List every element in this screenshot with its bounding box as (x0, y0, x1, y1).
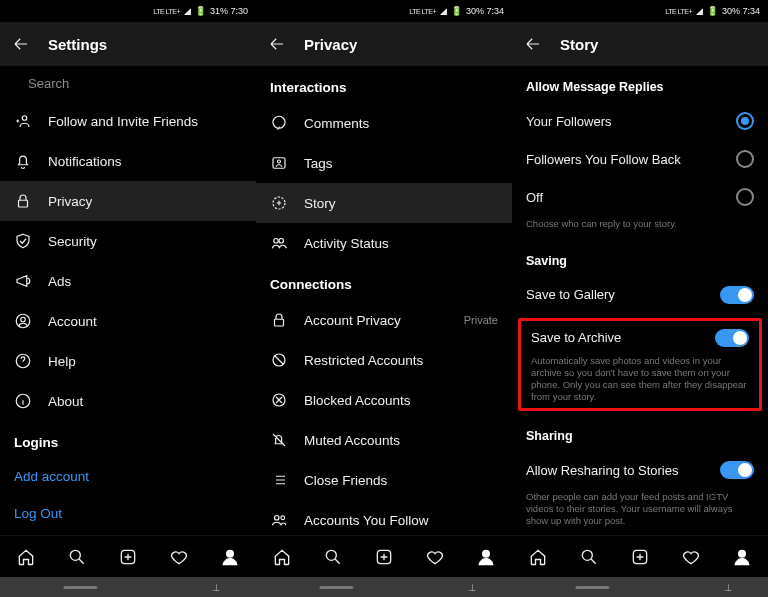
add-account-link[interactable]: Add account (0, 458, 256, 495)
back-icon[interactable] (268, 35, 286, 53)
activity-icon (270, 234, 288, 252)
radio-icon (736, 188, 754, 206)
page-title: Story (560, 36, 598, 53)
search-tab-icon[interactable] (579, 547, 599, 567)
profile-icon[interactable] (732, 547, 752, 567)
item-about[interactable]: About (0, 381, 256, 421)
saving-header: Saving (512, 240, 768, 276)
reply-off[interactable]: Off (512, 178, 768, 216)
radio-icon (736, 150, 754, 168)
heart-icon[interactable] (425, 547, 445, 567)
log-out-link[interactable]: Log Out (0, 495, 256, 532)
item-privacy[interactable]: Privacy (0, 181, 256, 221)
accessibility-icon[interactable]: ⟂ (725, 581, 732, 593)
privacy-panel: LTE LTE+◢🔋30% 7:34 Privacy Interactions … (256, 0, 512, 597)
svg-point-21 (326, 550, 336, 560)
blocked-icon (270, 391, 288, 409)
back-icon[interactable] (524, 35, 542, 53)
reshare-help: Other people can add your feed posts and… (512, 489, 768, 535)
replies-header: Allow Message Replies (512, 66, 768, 102)
allow-reshare-toggle[interactable]: Allow Resharing to Stories (512, 451, 768, 489)
header: Story (512, 22, 768, 66)
item-story[interactable]: Story (256, 183, 512, 223)
sharing-header: Sharing (512, 415, 768, 451)
muted-icon (270, 431, 288, 449)
person-plus-icon (14, 112, 32, 130)
archive-help: Automatically save photos and videos in … (521, 355, 759, 409)
add-icon[interactable] (118, 547, 138, 567)
help-icon (14, 352, 32, 370)
svg-rect-2 (19, 200, 28, 207)
svg-point-26 (739, 550, 746, 557)
item-close-friends[interactable]: Close Friends (256, 460, 512, 500)
svg-point-4 (21, 317, 26, 322)
item-help[interactable]: Help (0, 341, 256, 381)
profile-icon[interactable] (220, 547, 240, 567)
save-archive-toggle[interactable]: Save to Archive (521, 321, 759, 355)
item-comments[interactable]: Comments (256, 103, 512, 143)
accessibility-icon[interactable]: ⟂ (469, 581, 476, 593)
comment-icon (270, 114, 288, 132)
reply-help: Choose who can reply to your story. (512, 216, 768, 240)
item-notifications[interactable]: Notifications (0, 141, 256, 181)
tags-icon (270, 154, 288, 172)
svg-point-1 (22, 116, 27, 121)
person-circle-icon (14, 312, 32, 330)
item-ads[interactable]: Ads (0, 261, 256, 301)
back-icon[interactable] (12, 35, 30, 53)
accessibility-icon[interactable]: ⟂ (213, 581, 220, 593)
svg-point-20 (281, 516, 285, 520)
heart-icon[interactable] (681, 547, 701, 567)
status-bar: LTE LTE+◢🔋30% 7:34 (512, 0, 768, 22)
reply-followers-back[interactable]: Followers You Follow Back (512, 140, 768, 178)
item-security[interactable]: Security (0, 221, 256, 261)
radio-icon (736, 112, 754, 130)
svg-rect-16 (275, 319, 284, 326)
page-title: Settings (48, 36, 107, 53)
bottom-nav (256, 535, 512, 577)
story-panel: LTE LTE+◢🔋30% 7:34 Story Allow Message R… (512, 0, 768, 597)
heart-icon[interactable] (169, 547, 189, 567)
item-account-privacy[interactable]: Account Privacy Private (256, 300, 512, 340)
lock-icon (270, 311, 288, 329)
bell-icon (14, 152, 32, 170)
item-activity-status[interactable]: Activity Status (256, 223, 512, 263)
item-blocked[interactable]: Blocked Accounts (256, 380, 512, 420)
bottom-nav (0, 535, 256, 577)
search-tab-icon[interactable] (67, 547, 87, 567)
reply-your-followers[interactable]: Your Followers (512, 102, 768, 140)
search-tab-icon[interactable] (323, 547, 343, 567)
svg-point-15 (279, 239, 284, 244)
header: Settings (0, 22, 256, 66)
shield-icon (14, 232, 32, 250)
home-icon[interactable] (528, 547, 548, 567)
svg-point-14 (274, 239, 279, 244)
info-icon (14, 392, 32, 410)
svg-point-10 (273, 116, 285, 128)
page-title: Privacy (304, 36, 357, 53)
profile-icon[interactable] (476, 547, 496, 567)
add-icon[interactable] (374, 547, 394, 567)
bottom-nav (512, 535, 768, 577)
home-icon[interactable] (16, 547, 36, 567)
item-account[interactable]: Account (0, 301, 256, 341)
system-bar: ⟂ (0, 577, 256, 597)
home-icon[interactable] (272, 547, 292, 567)
system-bar: ⟂ (256, 577, 512, 597)
logins-header: Logins (0, 421, 256, 458)
search-input[interactable]: Search (0, 66, 256, 101)
toggle-icon (720, 461, 754, 479)
item-tags[interactable]: Tags (256, 143, 512, 183)
add-icon[interactable] (630, 547, 650, 567)
svg-point-24 (582, 550, 592, 560)
status-bar: LTE LTE+◢🔋30% 7:34 (256, 0, 512, 22)
svg-point-7 (70, 550, 80, 560)
item-muted[interactable]: Muted Accounts (256, 420, 512, 460)
item-restricted[interactable]: Restricted Accounts (256, 340, 512, 380)
header: Privacy (256, 22, 512, 66)
megaphone-icon (14, 272, 32, 290)
item-follow-invite[interactable]: Follow and Invite Friends (0, 101, 256, 141)
item-accounts-follow[interactable]: Accounts You Follow (256, 500, 512, 535)
toggle-icon (720, 286, 754, 304)
save-gallery-toggle[interactable]: Save to Gallery (512, 276, 768, 314)
